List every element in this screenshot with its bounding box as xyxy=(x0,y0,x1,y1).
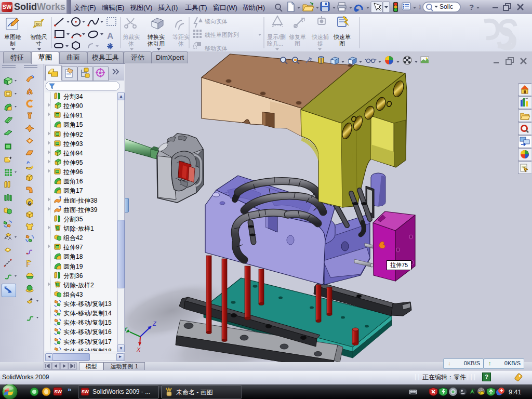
svg-text:9:41: 9:41 xyxy=(509,389,521,396)
svg-text:SW: SW xyxy=(82,389,89,394)
svg-text:线性草图阵列: 线性草图阵列 xyxy=(205,32,239,38)
svg-text:SW: SW xyxy=(55,389,62,394)
svg-text:剪裁实: 剪裁实 xyxy=(123,34,140,40)
svg-text:体: 体 xyxy=(178,41,184,47)
svg-text:体引用: 体引用 xyxy=(147,41,165,47)
svg-text:寸: 寸 xyxy=(35,41,42,47)
svg-text:显示/删: 显示/删 xyxy=(267,34,286,40)
svg-text:60: 60 xyxy=(36,22,41,26)
svg-text:制: 制 xyxy=(10,41,16,47)
svg-text:移动实体: 移动实体 xyxy=(205,45,228,51)
svg-text:捉: 捉 xyxy=(317,41,323,47)
svg-text:智能尺: 智能尺 xyxy=(30,34,47,40)
svg-text:?: ? xyxy=(469,3,474,11)
svg-text:修复草: 修复草 xyxy=(289,34,306,40)
svg-text:»: » xyxy=(68,385,71,393)
svg-text:Z: Z xyxy=(152,321,157,327)
svg-text:草图绘: 草图绘 xyxy=(4,34,21,40)
svg-text:镜向实体: 镜向实体 xyxy=(204,18,228,24)
svg-text:体: 体 xyxy=(128,41,134,47)
svg-text:等距实: 等距实 xyxy=(172,34,190,40)
svg-text:图: 图 xyxy=(295,41,300,47)
svg-text:Solic: Solic xyxy=(440,3,453,10)
svg-text:转换实: 转换实 xyxy=(147,34,165,40)
svg-text:X: X xyxy=(136,347,141,353)
svg-text:!: ! xyxy=(480,391,481,395)
svg-text:图: 图 xyxy=(339,41,345,47)
svg-text:快速捕: 快速捕 xyxy=(311,34,329,40)
svg-text:A: A xyxy=(107,31,113,41)
svg-text:快速草: 快速草 xyxy=(333,34,351,40)
svg-text:除几...: 除几... xyxy=(267,41,283,47)
